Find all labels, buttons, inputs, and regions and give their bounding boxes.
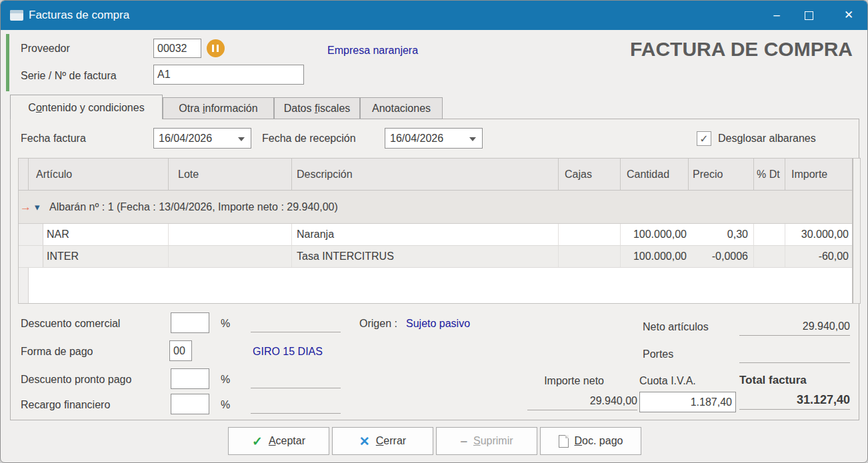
col-header-descripcion[interactable]: Descripción: [297, 159, 497, 191]
cell-articulo: INTER: [47, 246, 167, 267]
cell-precio: 0,30: [688, 224, 748, 245]
percent-sign: %: [221, 318, 230, 330]
dropdown-arrow-icon: [238, 137, 245, 141]
importe-neto-value: 29.940,00: [527, 392, 637, 410]
doc-pago-button[interactable]: Doc. pago: [540, 427, 641, 455]
active-record-bar: [6, 34, 9, 91]
cell-descripcion: Naranja: [297, 224, 550, 245]
cell-lote: [179, 246, 285, 267]
collapse-chevron-icon[interactable]: ▾: [35, 191, 40, 223]
descuento-pronto-label: Descuento pronto pago: [21, 374, 131, 386]
cuota-iva-label: Cuota I.V.A.: [639, 371, 696, 391]
desglosar-label: Desglosar albaranes: [718, 133, 816, 145]
portes-label: Portes: [643, 344, 673, 364]
cell-lote: [179, 224, 285, 245]
check-icon: ✓: [252, 434, 263, 449]
invoice-number-input[interactable]: [153, 65, 304, 85]
fecha-factura-combo[interactable]: 16/04/2026: [153, 128, 251, 149]
fecha-factura-label: Fecha factura: [21, 133, 86, 145]
table-row[interactable]: INTER Tasa INTERCITRUS 100.000,00 -0,000…: [19, 246, 852, 268]
cell-descripcion: Tasa INTERCITRUS: [297, 246, 550, 267]
tab-datos-fiscales[interactable]: Datos fiscales: [274, 97, 360, 119]
purchase-invoice-window: Facturas de compra – ✕ Proveedor Empresa…: [0, 0, 868, 463]
cell-cantidad: 100.000,00: [620, 224, 687, 245]
table-scrollbar[interactable]: [853, 158, 861, 304]
cerrar-label: Cerrar: [376, 435, 406, 447]
cell-importe: -60,00: [785, 246, 849, 267]
percent-sign: %: [221, 374, 230, 386]
proveedor-label: Proveedor: [21, 43, 70, 55]
proveedor-input[interactable]: [153, 39, 201, 58]
recargo-label: Recargo financiero: [21, 399, 110, 411]
col-header-cantidad[interactable]: Cantidad: [627, 159, 687, 191]
recargo-input[interactable]: [171, 394, 209, 414]
total-factura-label: Total factura: [739, 370, 807, 390]
neto-articulos-label: Neto artículos: [643, 317, 709, 337]
cell-importe: 30.000,00: [785, 224, 849, 245]
window-title: Facturas de compra: [29, 1, 129, 30]
tab-otra-informacion[interactable]: Otra información: [163, 97, 274, 119]
window-icon: [10, 10, 23, 21]
pause-icon: [212, 45, 214, 52]
total-factura-value: 31.127,40: [739, 391, 850, 410]
col-header-dto[interactable]: % Dt: [757, 159, 785, 191]
cell-cantidad: 100.000,00: [620, 246, 687, 267]
neto-articulos-value: 29.940,00: [739, 318, 850, 336]
albaran-group-text: Albarán nº : 1 (Fecha : 13/04/2026, Impo…: [49, 191, 338, 223]
dropdown-arrow-icon: [469, 137, 476, 141]
minimize-icon: –: [773, 9, 779, 21]
forma-pago-input[interactable]: [169, 340, 192, 361]
origen-label: Origen :: [359, 318, 397, 330]
cell-precio: -0,0006: [688, 246, 748, 267]
maximize-button[interactable]: [794, 1, 823, 30]
desglosar-checkbox[interactable]: ✓: [697, 131, 711, 146]
descuento-pronto-input[interactable]: [171, 368, 209, 389]
doc-pago-label: Doc. pago: [575, 435, 623, 447]
close-icon: ✕: [844, 9, 853, 21]
col-header-lote[interactable]: Lote: [178, 159, 285, 191]
importe-neto-label: Importe neto: [507, 371, 604, 391]
cerrar-button[interactable]: ✕ Cerrar: [332, 427, 433, 455]
recargo-desc-line: [251, 396, 341, 414]
supplier-name: Empresa naranjera: [327, 45, 418, 57]
minimize-button[interactable]: –: [762, 1, 791, 30]
portes-value: [739, 345, 850, 363]
form-title: FACTURA DE COMPRA: [630, 38, 853, 61]
table-row[interactable]: NAR Naranja 100.000,00 0,30 30.000,00: [19, 224, 852, 246]
forma-pago-label: Forma de pago: [21, 346, 93, 358]
descuento-pronto-desc-line: [251, 371, 341, 388]
serie-label: Serie / Nº de factura: [21, 70, 117, 82]
close-button[interactable]: ✕: [834, 1, 863, 30]
percent-sign: %: [221, 399, 230, 411]
maximize-icon: [805, 11, 813, 20]
table-header-row: Artículo Lote Descripción Cajas Cantidad…: [19, 159, 852, 191]
col-header-precio[interactable]: Precio: [693, 159, 753, 191]
origen-value: Sujeto pasivo: [406, 318, 470, 330]
col-header-articulo[interactable]: Artículo: [36, 159, 163, 191]
forma-pago-desc: GIRO 15 DIAS: [253, 346, 323, 358]
albaran-group-row[interactable]: → ▾ Albarán nº : 1 (Fecha : 13/04/2026, …: [19, 191, 852, 224]
invoice-lines-table: Artículo Lote Descripción Cajas Cantidad…: [18, 158, 853, 304]
fecha-recepcion-combo[interactable]: 16/04/2026: [385, 128, 483, 149]
row-indicator-gutter: [19, 268, 29, 303]
minus-icon: –: [460, 434, 467, 448]
col-header-cajas[interactable]: Cajas: [565, 159, 618, 191]
suprimir-label: Suprimir: [473, 435, 513, 447]
suprimir-button: – Suprimir: [436, 427, 537, 455]
tab-anotaciones[interactable]: Anotaciones: [360, 97, 443, 119]
document-icon: [559, 435, 569, 448]
supplier-lookup-button[interactable]: [207, 39, 225, 57]
close-x-icon: ✕: [359, 434, 370, 449]
descuento-comercial-label: Descuento comercial: [21, 318, 120, 330]
descuento-comercial-desc-line: [251, 315, 341, 332]
title-bar: Facturas de compra – ✕: [1, 1, 867, 30]
fecha-recepcion-label: Fecha de recepción: [262, 133, 356, 145]
tab-contenido-y-condiciones[interactable]: Contenido y condiciones: [10, 95, 163, 119]
checkmark-icon: ✓: [699, 133, 708, 145]
cell-articulo: NAR: [47, 224, 167, 245]
cuota-iva-input[interactable]: [639, 392, 736, 412]
col-header-importe[interactable]: Importe: [791, 159, 851, 191]
aceptar-button[interactable]: ✓ Aceptar: [228, 427, 329, 455]
descuento-comercial-input[interactable]: [171, 312, 209, 333]
aceptar-label: Aceptar: [269, 435, 305, 447]
